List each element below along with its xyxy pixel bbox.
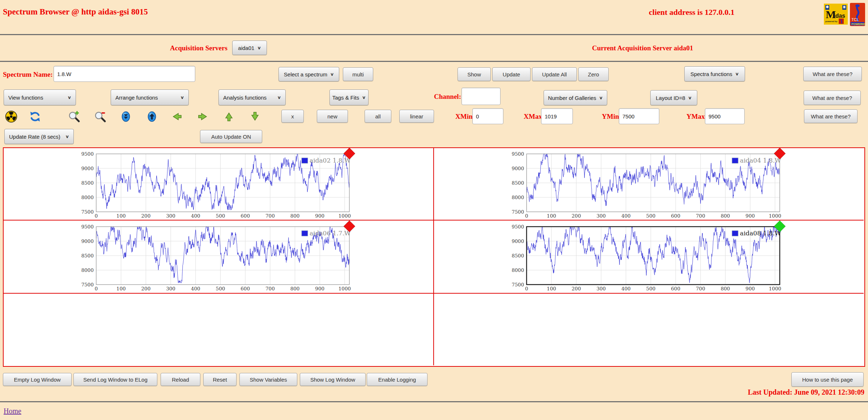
svg-text:200: 200 xyxy=(141,286,150,291)
all-button[interactable]: all xyxy=(365,110,391,123)
auto-update-button[interactable]: Auto Update ON xyxy=(200,130,262,143)
acquisition-server-select[interactable]: aida01∨ xyxy=(232,41,267,55)
chevron-down-icon: ∨ xyxy=(330,72,334,77)
tcl-powered-logo: TCL POWERED xyxy=(850,3,865,28)
xmax-label: XMax xyxy=(524,113,542,121)
channel-input[interactable] xyxy=(461,88,501,105)
chevron-down-icon: ∨ xyxy=(362,95,366,100)
svg-text:400: 400 xyxy=(621,213,631,219)
svg-text:500: 500 xyxy=(646,286,656,291)
zoom-out-icon[interactable] xyxy=(94,110,106,123)
arrow-right-icon[interactable] xyxy=(197,110,209,123)
gallery-cell-aida02[interactable]: 7500800085009000950001002003004005006007… xyxy=(4,148,434,220)
svg-text:300: 300 xyxy=(596,286,606,291)
reset-button[interactable]: Reset xyxy=(203,373,237,386)
chevron-down-icon: ∨ xyxy=(65,134,69,139)
current-server-label: Current Acquisition Server aida01 xyxy=(592,44,693,52)
arrange-functions-dropdown[interactable]: Arrange functions∨ xyxy=(111,89,189,105)
show-log-window-button[interactable]: Show Log Window xyxy=(300,373,366,386)
update-all-button[interactable]: Update All xyxy=(532,67,577,81)
gallery-cell-aida06[interactable]: 7500800085009000950001002003004005006007… xyxy=(4,220,434,294)
how-to-use-button[interactable]: How to use this page xyxy=(791,372,864,387)
spectrum-chart-aida04: 7500800085009000950001002003004005006007… xyxy=(511,147,786,220)
refresh-icon[interactable] xyxy=(29,110,41,123)
x-button[interactable]: x xyxy=(281,110,304,123)
scroll-up-icon[interactable] xyxy=(146,110,158,123)
svg-text:7500: 7500 xyxy=(81,209,94,215)
svg-text:900: 900 xyxy=(315,286,324,291)
arrow-down-icon[interactable] xyxy=(249,110,261,123)
show-variables-button[interactable]: Show Variables xyxy=(239,373,297,386)
svg-text:800: 800 xyxy=(290,286,300,291)
view-functions-label: View functions xyxy=(8,94,43,101)
scroll-down-icon[interactable] xyxy=(120,110,132,123)
svg-text:8500: 8500 xyxy=(512,253,524,259)
svg-text:8500: 8500 xyxy=(81,253,94,259)
spectrum-chart-aida06: 7500800085009000950001002003004005006007… xyxy=(81,220,356,293)
empty-log-window-button[interactable]: Empty Log Window xyxy=(3,373,72,386)
spectrum-gallery: 7500800085009000950001002003004005006007… xyxy=(3,147,865,367)
svg-text:9000: 9000 xyxy=(512,238,524,244)
new-button[interactable]: new xyxy=(317,110,348,123)
multi-button[interactable]: multi xyxy=(343,67,373,81)
update-rate-dropdown[interactable]: Update Rate (8 secs)∨ xyxy=(4,129,74,144)
svg-text:1000: 1000 xyxy=(769,286,781,291)
xmin-label: XMin xyxy=(455,113,473,121)
view-functions-dropdown[interactable]: View functions∨ xyxy=(4,89,76,105)
help-button-functions[interactable]: What are these? xyxy=(804,91,861,105)
radiation-icon[interactable] xyxy=(5,110,17,123)
select-spectrum-dropdown[interactable]: Select a spectrum∨ xyxy=(278,67,339,81)
spectra-functions-dropdown[interactable]: Spectra functions∨ xyxy=(684,66,745,81)
spectrum-name-input[interactable] xyxy=(54,66,195,82)
svg-text:8500: 8500 xyxy=(81,180,94,186)
enable-logging-button[interactable]: Enable Logging xyxy=(367,373,427,386)
channel-label: Channel: xyxy=(434,93,461,101)
tags-fits-dropdown[interactable]: Tags & Fits∨ xyxy=(329,89,369,105)
svg-text:1000: 1000 xyxy=(339,213,351,219)
tcl-logo-text: TCL xyxy=(851,17,859,22)
linear-button[interactable]: linear xyxy=(399,110,434,123)
help-button-ranges[interactable]: What are these? xyxy=(804,109,858,123)
svg-text:700: 700 xyxy=(696,213,705,219)
ymin-input[interactable] xyxy=(619,108,659,124)
help-button-spectra[interactable]: What are these? xyxy=(803,67,862,81)
update-button[interactable]: Update xyxy=(492,67,531,81)
spectrum-chart-aida08: 7500800085009000950001002003004005006007… xyxy=(511,220,786,293)
tcl-logo-powered-text: POWERED xyxy=(851,22,865,26)
show-button[interactable]: Show xyxy=(458,67,491,81)
divider xyxy=(0,34,868,35)
svg-text:1000: 1000 xyxy=(769,213,781,219)
layout-id-dropdown[interactable]: Layout ID=8∨ xyxy=(650,90,697,105)
page-title: Spectrum Browser @ http aidas-gsi 8015 xyxy=(3,7,148,17)
zoom-in-icon[interactable] xyxy=(68,110,80,123)
svg-text:0: 0 xyxy=(95,286,98,291)
spectrum-name-label: Spectrum Name: xyxy=(3,71,53,79)
svg-text:8000: 8000 xyxy=(512,194,524,200)
gallery-cell-empty-right[interactable] xyxy=(434,294,864,365)
xmax-input[interactable] xyxy=(541,108,573,124)
gallery-cell-aida08[interactable]: 7500800085009000950001002003004005006007… xyxy=(434,220,864,294)
svg-text:8500: 8500 xyxy=(512,180,524,186)
number-of-galleries-dropdown[interactable]: Number of Galleries∨ xyxy=(544,90,607,105)
analysis-functions-dropdown[interactable]: Analysis functions∨ xyxy=(218,89,286,105)
svg-text:9500: 9500 xyxy=(81,151,94,157)
home-link[interactable]: Home xyxy=(4,407,21,415)
gallery-cell-empty-left[interactable] xyxy=(4,294,434,365)
svg-text:8000: 8000 xyxy=(81,194,94,200)
chevron-down-icon: ∨ xyxy=(257,46,261,50)
ymax-input[interactable] xyxy=(705,108,745,124)
svg-text:9500: 9500 xyxy=(512,151,524,157)
zero-button[interactable]: Zero xyxy=(578,67,609,81)
gallery-cell-aida04[interactable]: 7500800085009000950001002003004005006007… xyxy=(434,148,864,220)
arrow-up-icon[interactable] xyxy=(223,110,235,123)
svg-text:500: 500 xyxy=(646,213,656,219)
chevron-down-icon: ∨ xyxy=(688,96,692,100)
midas-logo: M idas powered by xyxy=(824,4,848,26)
arrow-left-icon[interactable] xyxy=(171,110,183,123)
chevron-down-icon: ∨ xyxy=(180,95,184,100)
svg-text:9000: 9000 xyxy=(81,165,94,171)
send-log-to-elog-button[interactable]: Send Log Window to ELog xyxy=(73,373,157,386)
svg-text:7500: 7500 xyxy=(512,282,524,287)
xmin-input[interactable] xyxy=(472,108,503,124)
reload-button[interactable]: Reload xyxy=(161,373,200,386)
